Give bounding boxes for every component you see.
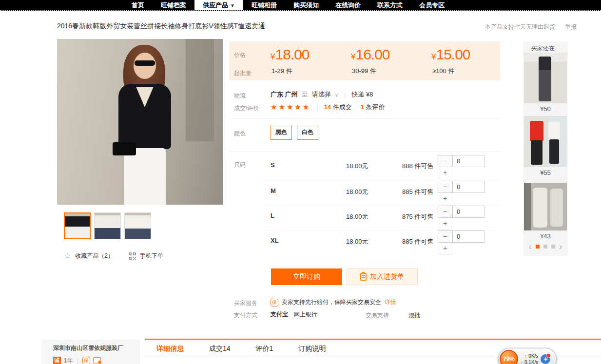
size-price: 18.00元 — [346, 237, 368, 246]
guarantee-row: 保 卖家支持先行赔付，保障买家交易安全 详情 — [271, 298, 396, 307]
related-product-image-2[interactable] — [524, 116, 567, 167]
nav-item-buying-notes[interactable]: 购买须知 — [285, 0, 327, 10]
credit-badge-icon: 诚 — [53, 357, 61, 364]
pager-dot-3[interactable] — [551, 245, 555, 249]
color-option-white[interactable]: 白色 — [297, 125, 318, 140]
download-speed-widget[interactable]: 79% ↑0K/s ↓0.1K/s + — [498, 348, 557, 364]
size-stock: 885 件可售 — [402, 237, 433, 246]
size-name: L — [271, 212, 274, 219]
add-to-purchase-list-button[interactable]: 加入进货单 — [347, 268, 418, 285]
also-viewed-sidebar: 买家还在看 ¥50 ¥55 ¥43 ‹ › — [523, 41, 568, 256]
minus-button[interactable]: − — [438, 206, 452, 218]
minus-button[interactable]: − — [438, 155, 452, 167]
related-product-price-2: ¥55 — [523, 169, 568, 176]
action-buttons: 立即订购 加入进货单 — [271, 268, 418, 285]
size-name: M — [271, 187, 276, 194]
order-now-button[interactable]: 立即订购 — [271, 268, 342, 285]
up-arrow-icon: ↑ — [524, 353, 527, 359]
nav-item-shop-album[interactable]: 旺铺相册 — [243, 0, 285, 10]
review-count[interactable]: 1 — [361, 103, 364, 111]
netbank-option[interactable]: 网上银行 — [294, 310, 317, 319]
tab-order-notes[interactable]: 订购说明 — [298, 345, 326, 353]
seller-name[interactable]: 深圳市南山区雪依妮服装厂 — [53, 344, 140, 352]
mobile-order-button[interactable]: 手机下单 — [129, 252, 163, 260]
related-product-image-1[interactable] — [524, 53, 567, 103]
deal-count[interactable]: 14 — [324, 103, 331, 111]
quantity-stepper: − + — [438, 181, 486, 205]
qty-input[interactable] — [452, 155, 485, 167]
trade-support-value: 混批 — [408, 311, 420, 320]
size-name: XL — [271, 237, 279, 244]
plus-button[interactable]: + — [438, 193, 452, 205]
nav-item-online-inquiry[interactable]: 在线询价 — [327, 0, 369, 10]
related-product-price-1: ¥50 — [523, 105, 568, 113]
qty-input[interactable] — [452, 230, 485, 243]
related-product-image-3[interactable] — [524, 183, 567, 230]
top-nav: 首页 旺铺档案 供应产品▼ 旺铺相册 购买须知 在线询价 联系方式 会员专区 — [0, 0, 601, 11]
tier-qty: 30-99 件 — [352, 67, 376, 76]
nav-item-contact[interactable]: 联系方式 — [369, 0, 411, 10]
buyer-service-label: 买家服务 — [234, 299, 257, 307]
sidebar-pager: ‹ › — [523, 242, 568, 251]
minus-button[interactable]: − — [438, 230, 452, 243]
plus-button[interactable]: + — [438, 167, 452, 179]
trade-label: 成交\评价 — [234, 104, 259, 113]
trade-row: ★★★★★ | 14 件成交 1 条评价 — [271, 103, 385, 112]
related-product-price-3: ¥43 — [523, 232, 568, 240]
guarantee-text: 卖家支持先行赔付，保障买家交易安全 — [282, 298, 381, 307]
add-download-button[interactable]: + — [541, 354, 550, 364]
pager-dot-2[interactable] — [543, 245, 547, 249]
header-right: 本产品支持七天无理由退货 举报 — [485, 23, 577, 31]
guarantee-detail-link[interactable]: 详情 — [385, 298, 396, 307]
favorite-button[interactable]: ☆ 收藏产品（2） — [64, 252, 114, 260]
product-image[interactable] — [57, 39, 223, 205]
price-label: 价格 — [234, 51, 246, 59]
logistics-label: 物流 — [234, 92, 246, 100]
minus-button[interactable]: − — [438, 181, 452, 193]
tab-deals[interactable]: 成交14 — [209, 345, 231, 353]
chevron-down-icon[interactable]: ∨ — [335, 92, 338, 97]
moq-label: 起批量 — [234, 69, 252, 77]
qty-input[interactable] — [452, 206, 485, 218]
prev-arrow-icon[interactable]: ‹ — [529, 242, 532, 251]
divider — [229, 152, 500, 152]
size-stock: 875 件可售 — [402, 212, 433, 221]
plus-button[interactable]: + — [438, 243, 452, 255]
thumbnail-2[interactable] — [94, 212, 121, 239]
guarantee-badge-icon: 保 — [82, 357, 90, 364]
alipay-option[interactable]: 支付宝 — [271, 310, 288, 319]
thumbnail-1[interactable] — [64, 212, 91, 239]
tier-qty: 1-29 件 — [271, 67, 292, 76]
size-row-m: M 18.00元 885 件可售 − + — [266, 180, 500, 206]
price-value: 18.00 — [275, 46, 309, 62]
size-stock: 885 件可售 — [402, 188, 433, 196]
seller-badges: 诚 1年 | 保 — [53, 356, 140, 364]
product-title: 2016春新款韩版外贸女装蕾丝拼接长袖修身打底衫V领性感T恤速卖通 — [57, 22, 265, 31]
down-arrow-icon: ↓ — [521, 359, 523, 364]
tab-reviews[interactable]: 评价1 — [256, 345, 273, 353]
thumbnail-3[interactable] — [124, 212, 151, 239]
color-label: 颜色 — [234, 130, 246, 138]
nav-item-member-zone[interactable]: 会员专区 — [411, 0, 453, 10]
pager-dot-1[interactable] — [536, 245, 540, 249]
quantity-stepper: − + — [438, 155, 486, 179]
destination-select[interactable]: 请选择 — [312, 90, 331, 99]
color-option-black[interactable]: 黑色 — [271, 125, 292, 140]
price-panel: 价格 起批量 ¥18.00 1-29 件 ¥16.00 30-99 件 ¥15.… — [229, 41, 500, 80]
plus-button[interactable]: + — [438, 218, 452, 230]
nav-item-shop-profile[interactable]: 旺铺档案 — [153, 0, 194, 10]
progress-circle[interactable]: 79% — [500, 350, 518, 364]
report-link[interactable]: 举报 — [565, 23, 577, 31]
next-arrow-icon[interactable]: › — [559, 242, 562, 251]
price-value: 15.00 — [436, 46, 470, 62]
clipboard-icon — [360, 273, 367, 281]
logistics-row: 广东 广州 至 请选择 ∨ | 快递 ¥8 — [271, 90, 373, 99]
size-row-s: S 18.00元 888 件可售 − + — [266, 155, 500, 180]
nav-item-home[interactable]: 首页 — [123, 0, 153, 10]
qty-input[interactable] — [452, 181, 485, 193]
nav-item-products[interactable]: 供应产品▼ — [194, 0, 243, 10]
express-fee: 快递 ¥8 — [351, 90, 373, 99]
size-name: S — [271, 161, 275, 169]
origin-text: 广东 广州 — [271, 90, 298, 99]
tab-detail-info[interactable]: 详细信息 — [156, 345, 184, 353]
